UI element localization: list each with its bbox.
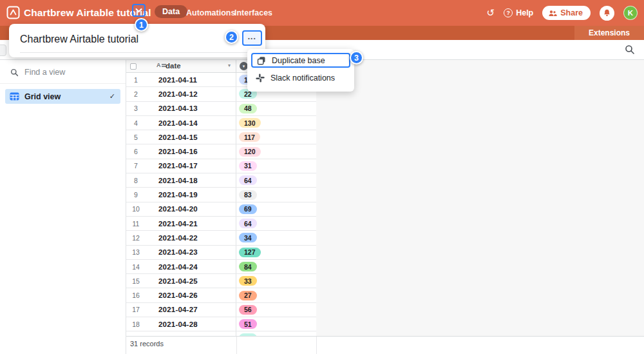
table-row[interactable]: 18 2021-04-28 51: [126, 317, 316, 331]
date-cell[interactable]: 2021-04-16: [146, 144, 236, 158]
date-cell[interactable]: 2021-04-24: [146, 260, 236, 273]
share-label: Share: [560, 8, 583, 17]
table-row[interactable]: 17 2021-04-27 56: [126, 303, 316, 317]
row-number: 15: [126, 274, 146, 288]
select-all-checkbox[interactable]: [130, 63, 137, 70]
menu-item-label: Duplicate base: [272, 56, 325, 65]
table-row[interactable]: 8 2021-04-18 64: [126, 173, 316, 188]
value-pill: 130: [239, 118, 261, 128]
date-cell[interactable]: 2021-04-28: [146, 317, 236, 331]
divider: [20, 52, 265, 53]
grid-view-icon: [10, 92, 19, 101]
value-cell[interactable]: 64: [236, 173, 316, 187]
share-button[interactable]: Share: [542, 6, 591, 20]
row-number: 12: [126, 231, 146, 244]
menu-item-slack-notifications[interactable]: Slack notifications: [251, 70, 350, 85]
date-cell[interactable]: 2021-04-14: [146, 116, 236, 130]
table-row[interactable]: 3 2021-04-13 48: [126, 102, 316, 116]
value-cell[interactable]: 22: [236, 331, 316, 336]
value-cell[interactable]: 127: [236, 246, 316, 259]
views-sidebar-toggle-button[interactable]: [0, 44, 6, 56]
value-pill: 83: [239, 190, 257, 200]
date-cell[interactable]: 2021-04-19: [146, 188, 236, 201]
row-number: 7: [126, 159, 146, 173]
value-cell[interactable]: 64: [236, 217, 316, 230]
history-icon[interactable]: ↺: [487, 7, 495, 19]
grid-body: 1 2021-04-11 14 2 2021-04-12 22 3 2021-0…: [126, 73, 316, 336]
table-row[interactable]: 7 2021-04-17 31: [126, 159, 316, 173]
base-logo-icon[interactable]: [6, 6, 20, 19]
value-cell[interactable]: 69: [236, 202, 316, 216]
tab-data[interactable]: Data: [155, 5, 187, 18]
value-pill: 56: [239, 305, 257, 315]
date-cell[interactable]: 2021-04-15: [146, 130, 236, 144]
value-cell[interactable]: 48: [236, 102, 316, 115]
table-row[interactable]: 11 2021-04-21 64: [126, 217, 316, 231]
date-cell[interactable]: 2021-04-11: [146, 73, 236, 86]
value-cell[interactable]: 117: [236, 130, 316, 144]
base-more-options-button[interactable]: •••: [242, 30, 262, 46]
value-cell[interactable]: 27: [236, 288, 316, 302]
date-cell[interactable]: 2021-04-13: [146, 102, 236, 115]
notifications-bell-button[interactable]: [600, 6, 614, 21]
date-cell[interactable]: 2021-04-25: [146, 274, 236, 288]
date-cell[interactable]: 2021-04-17: [146, 159, 236, 173]
records-count: 31 records: [130, 340, 164, 348]
user-avatar[interactable]: K: [623, 6, 638, 20]
table-row[interactable]: 14 2021-04-24 84: [126, 260, 316, 274]
row-number: 17: [126, 303, 146, 317]
value-pill: 120: [239, 147, 261, 157]
tab-extensions[interactable]: Extensions: [574, 26, 644, 40]
tab-automations[interactable]: Automations: [186, 8, 235, 17]
table-row[interactable]: 13 2021-04-23 127: [126, 246, 316, 260]
value-cell[interactable]: 51: [236, 317, 316, 331]
table-row[interactable]: 5 2021-04-15 117: [126, 130, 316, 144]
row-number: 11: [126, 217, 146, 230]
value-cell[interactable]: 31: [236, 159, 316, 173]
menu-item-label: Slack notifications: [270, 74, 335, 83]
base-menu-chevron-highlight[interactable]: [132, 4, 146, 17]
table-row[interactable]: 19 2021-04-29 22: [126, 331, 316, 336]
value-pill: 69: [239, 204, 257, 214]
table-row[interactable]: 4 2021-04-14 130: [126, 116, 316, 130]
date-cell[interactable]: 2021-04-21: [146, 217, 236, 230]
value-cell[interactable]: 120: [236, 144, 316, 158]
menu-item-duplicate-base[interactable]: Duplicate base: [251, 53, 350, 68]
date-cell[interactable]: 2021-04-22: [146, 231, 236, 244]
date-cell[interactable]: 2021-04-20: [146, 202, 236, 216]
table-row[interactable]: 12 2021-04-22 34: [126, 231, 316, 245]
table-row[interactable]: 16 2021-04-26 27: [126, 288, 316, 302]
search-icon[interactable]: [625, 44, 635, 55]
help-button[interactable]: ? Help: [504, 8, 533, 17]
help-label: Help: [516, 8, 533, 17]
date-cell[interactable]: 2021-04-12: [146, 87, 236, 101]
value-cell[interactable]: 34: [236, 231, 316, 244]
table-row[interactable]: 15 2021-04-25 33: [126, 274, 316, 288]
grid-area: A date ▾ ▾ 1 2021-04-11 14 2 2021-04-12 …: [126, 60, 644, 336]
date-column-header[interactable]: A date ▾: [126, 60, 236, 72]
table-row[interactable]: 9 2021-04-19 83: [126, 188, 316, 202]
table-row[interactable]: 6 2021-04-16 120: [126, 144, 316, 159]
date-cell[interactable]: 2021-04-23: [146, 246, 236, 259]
date-cell[interactable]: 2021-04-18: [146, 173, 236, 187]
find-view-input[interactable]: Find a view: [0, 60, 126, 84]
duplicate-icon: [257, 56, 266, 65]
divider: [316, 337, 317, 354]
value-cell[interactable]: 33: [236, 274, 316, 288]
value-pill: 64: [239, 175, 257, 185]
sidebar-item-grid-view[interactable]: Grid view ✓: [5, 89, 120, 104]
value-cell[interactable]: 56: [236, 303, 316, 317]
value-cell[interactable]: 83: [236, 188, 316, 201]
date-cell[interactable]: 2021-04-29: [146, 331, 236, 336]
tab-interfaces[interactable]: Interfaces: [234, 8, 272, 17]
value-cell[interactable]: 84: [236, 260, 316, 273]
value-pill: 27: [239, 291, 257, 300]
value-pill: 117: [239, 132, 260, 142]
date-cell[interactable]: 2021-04-26: [146, 288, 236, 302]
date-cell[interactable]: 2021-04-27: [146, 303, 236, 317]
value-cell[interactable]: 130: [236, 116, 316, 130]
table-row[interactable]: 10 2021-04-20 69: [126, 202, 316, 217]
airtable-window: Chartbrew Airtable tutorial Data Automat…: [0, 0, 644, 354]
chevron-down-icon[interactable]: ▾: [228, 63, 231, 68]
row-number: 14: [126, 260, 146, 273]
